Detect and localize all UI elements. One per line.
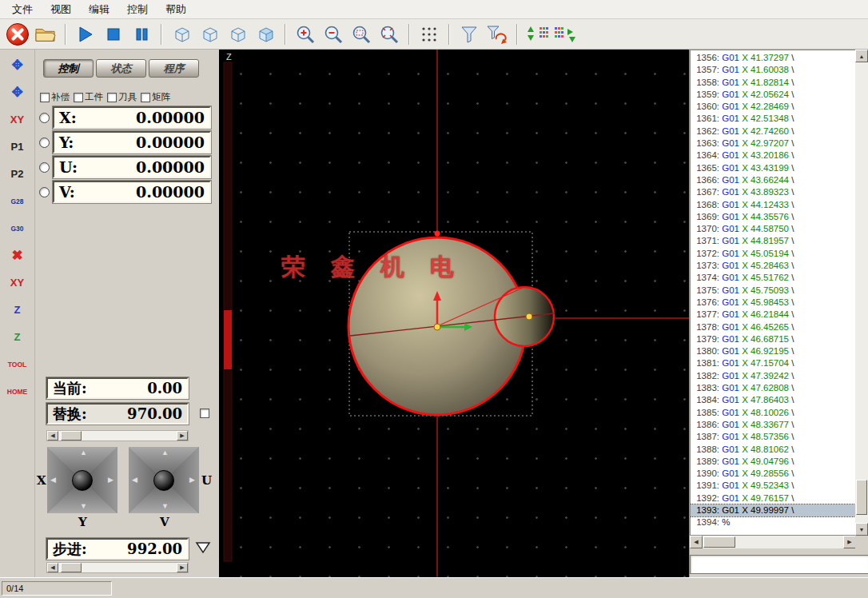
gcode-line[interactable]: 1373: G01 X 45.28463 \ — [691, 260, 855, 272]
sidebar-item-delete[interactable]: ✖ — [2, 243, 32, 268]
gcode-line[interactable]: 1372: G01 X 45.05194 \ — [691, 248, 855, 260]
menu-item-3[interactable]: 控制 — [118, 0, 157, 19]
run-button[interactable] — [73, 22, 98, 47]
gcode-line[interactable]: 1360: G01 X 42.28469 \ — [691, 101, 855, 113]
zoom-window-button[interactable] — [348, 22, 374, 47]
gcode-line[interactable]: 1379: G01 X 46.68715 \ — [691, 333, 855, 345]
view-cube-left-button[interactable] — [197, 22, 222, 47]
gcode-line[interactable]: 1394: % — [691, 516, 855, 528]
gcode-line[interactable]: 1381: G01 X 47.15704 \ — [691, 357, 855, 369]
checkbox-box[interactable] — [141, 93, 150, 102]
sidebar-item-home[interactable]: HOME — [2, 379, 32, 404]
points-display-button[interactable] — [416, 22, 442, 47]
scroll-thumb[interactable] — [61, 563, 82, 572]
sidebar-item-tool[interactable]: TOOL — [2, 352, 32, 377]
gcode-line[interactable]: 1376: G01 X 45.98453 \ — [691, 297, 855, 309]
gcode-line[interactable]: 1392: G01 X 49.76157 \ — [691, 492, 855, 504]
gcode-line[interactable]: 1367: G01 X 43.89323 \ — [691, 186, 855, 198]
scroll-up-arrow[interactable]: ▲ — [855, 50, 868, 62]
gcode-line[interactable]: 1385: G01 X 48.10026 \ — [691, 407, 855, 419]
sidebar-item-p2[interactable]: P2 — [2, 161, 32, 186]
display-checkbox-1[interactable]: 工件 — [74, 91, 103, 103]
filter-button[interactable] — [456, 22, 482, 47]
jog-speed-scrollbar[interactable]: ◀ ▶ — [46, 430, 189, 441]
jog-center-knob[interactable] — [153, 470, 174, 491]
menu-item-2[interactable]: 编辑 — [80, 0, 118, 19]
gcode-line[interactable]: 1382: G01 X 47.39242 \ — [691, 370, 855, 382]
gcode-line[interactable]: 1371: G01 X 44.81957 \ — [691, 235, 855, 247]
gcode-line[interactable]: 1358: G01 X 41.82814 \ — [691, 77, 855, 89]
scroll-right-arrow[interactable]: ▶ — [177, 431, 188, 441]
sidebar-item-xy-zero[interactable]: XY — [2, 107, 32, 132]
view-cube-iso-button[interactable] — [253, 22, 278, 47]
gcode-line[interactable]: 1383: G01 X 47.62808 \ — [691, 382, 855, 394]
scroll-left-arrow[interactable]: ◀ — [47, 563, 58, 572]
filter-reset-button[interactable] — [484, 22, 510, 47]
gcode-horizontal-scrollbar[interactable]: ◀ ▶ — [690, 536, 856, 548]
scroll-thumb[interactable] — [703, 536, 735, 548]
tab-1[interactable]: 状态 — [96, 59, 146, 78]
gcode-line[interactable]: 1370: G01 X 44.58750 \ — [691, 223, 855, 235]
jog-pad-xy[interactable]: ▲ ▼ ◀ ▶ — [47, 447, 117, 513]
sidebar-item-p1[interactable]: P1 — [2, 134, 32, 159]
stop-run-button[interactable] — [101, 22, 126, 47]
menu-item-0[interactable]: 文件 — [3, 0, 42, 19]
step-mode-button[interactable] — [552, 22, 578, 47]
sidebar-item-g30[interactable]: G30 — [2, 216, 32, 241]
gcode-line[interactable]: 1366: G01 X 43.66244 \ — [691, 174, 855, 186]
gcode-line[interactable]: 1361: G01 X 42.51348 \ — [691, 113, 855, 125]
axis-radio-x[interactable] — [39, 113, 50, 123]
gcode-line[interactable]: 1393: G01 X 49.99997 \ — [691, 504, 855, 516]
checkbox-box[interactable] — [40, 93, 50, 102]
zoom-out-button[interactable] — [321, 22, 346, 47]
menu-item-4[interactable]: 帮助 — [157, 0, 195, 19]
gcode-line[interactable]: 1390: G01 X 49.28556 \ — [691, 468, 855, 480]
checkbox-box[interactable] — [107, 93, 117, 102]
gcode-line[interactable]: 1375: G01 X 45.75093 \ — [691, 285, 855, 297]
tab-2[interactable]: 程序 — [149, 59, 199, 78]
gcode-line[interactable]: 1389: G01 X 49.04796 \ — [691, 456, 855, 468]
gcode-line[interactable]: 1387: G01 X 48.57356 \ — [691, 431, 855, 443]
sidebar-item-z-down[interactable]: Z — [2, 325, 32, 349]
step-forward-button[interactable] — [524, 22, 550, 47]
scroll-thumb[interactable] — [856, 480, 867, 515]
step-dropdown-button[interactable] — [195, 541, 211, 554]
gcode-line[interactable]: 1374: G01 X 45.51762 \ — [691, 272, 855, 284]
jog-center-knob[interactable] — [72, 470, 93, 491]
gcode-line[interactable]: 1384: G01 X 47.86403 \ — [691, 394, 855, 406]
gcode-line[interactable]: 1369: G01 X 44.35576 \ — [691, 211, 855, 223]
view-cube-top-button[interactable] — [169, 22, 194, 47]
axis-radio-u[interactable] — [39, 162, 50, 173]
scroll-left-arrow[interactable]: ◀ — [690, 536, 703, 548]
zoom-in-button[interactable] — [293, 22, 318, 47]
gcode-vertical-scrollbar[interactable]: ▲ ▼ — [855, 50, 868, 536]
checkbox-box[interactable] — [74, 93, 83, 102]
scroll-right-arrow[interactable]: ▶ — [177, 563, 188, 572]
gcode-line[interactable]: 1377: G01 X 46.21844 \ — [691, 309, 855, 321]
replace-checkbox[interactable] — [200, 409, 209, 418]
display-checkbox-2[interactable]: 刀具 — [107, 91, 137, 103]
jog-pad-uv[interactable]: ▲ ▼ ◀ ▶ — [129, 447, 199, 513]
gcode-line[interactable]: 1388: G01 X 48.81062 \ — [691, 444, 855, 456]
sidebar-item-z-up[interactable]: Z — [2, 297, 32, 322]
view-cube-right-button[interactable] — [225, 22, 250, 47]
sidebar-item-g28[interactable]: G28 — [2, 189, 32, 213]
scroll-right-arrow[interactable]: ▶ — [843, 536, 856, 548]
gcode-line[interactable]: 1391: G01 X 49.52343 \ — [691, 480, 855, 492]
sidebar-item-jog-move[interactable]: ✥ — [2, 53, 32, 78]
scroll-thumb[interactable] — [61, 431, 82, 441]
axis-radio-v[interactable] — [39, 187, 50, 197]
axis-radio-y[interactable] — [39, 138, 50, 148]
menu-item-1[interactable]: 视图 — [42, 0, 80, 19]
gcode-line[interactable]: 1378: G01 X 46.45265 \ — [691, 321, 855, 333]
gcode-line[interactable]: 1386: G01 X 48.33677 \ — [691, 419, 855, 431]
gcode-list[interactable]: 1356: G01 X 41.37297 \1357: G01 X 41.600… — [690, 50, 856, 536]
gcode-line[interactable]: 1362: G01 X 42.74260 \ — [691, 126, 855, 138]
gcode-line[interactable]: 1368: G01 X 44.12433 \ — [691, 199, 855, 211]
scroll-down-arrow[interactable]: ▼ — [855, 523, 868, 536]
sidebar-item-jog-move-plus[interactable]: ✥ — [2, 80, 32, 105]
display-checkbox-3[interactable]: 矩阵 — [141, 91, 170, 103]
sidebar-item-xy-clear[interactable]: XY — [2, 270, 32, 295]
display-checkbox-0[interactable]: 补偿 — [40, 91, 70, 103]
gcode-line[interactable]: 1359: G01 X 42.05624 \ — [691, 89, 855, 101]
